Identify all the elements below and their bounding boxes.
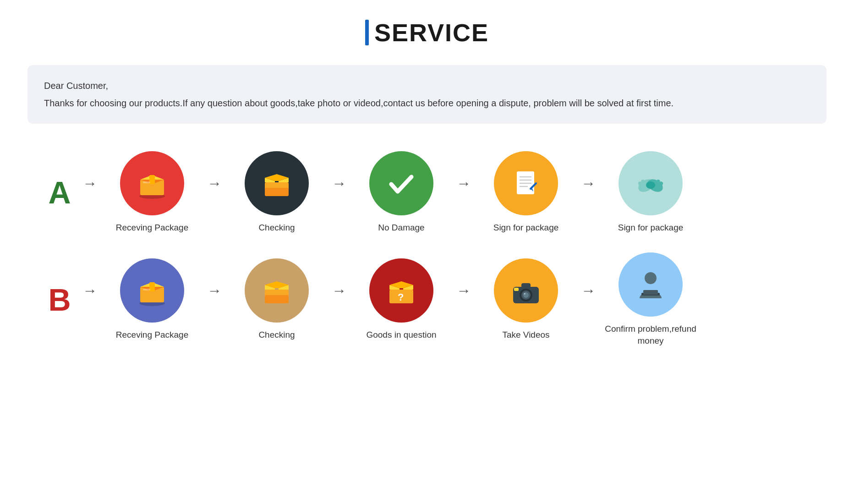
- arrow-a3: →: [456, 175, 471, 210]
- arrow-b3: →: [456, 282, 471, 318]
- flow-item-b5: Confirm problem,refund money: [600, 252, 701, 347]
- icon-package-b: [120, 258, 184, 323]
- svg-rect-3: [143, 181, 150, 183]
- notice-greeting: Dear Customer,: [44, 78, 810, 93]
- svg-point-15: [646, 181, 655, 189]
- page-title-section: SERVICE: [365, 18, 489, 47]
- row-a-label: A: [41, 175, 78, 210]
- svg-rect-2: [149, 175, 155, 184]
- icon-goods-question: ?: [369, 258, 433, 323]
- icon-checking-b: [245, 258, 309, 323]
- label-a4: Sign for package: [493, 222, 559, 234]
- label-a2: Checking: [258, 222, 295, 234]
- svg-point-35: [645, 272, 657, 284]
- label-b3: Goods in question: [366, 329, 436, 341]
- arrow-a1: →: [207, 175, 222, 210]
- label-b5: Confirm problem,refund money: [600, 323, 701, 347]
- flow-item-b3: ? Goods in question: [351, 258, 452, 341]
- svg-rect-22: [149, 282, 155, 291]
- svg-rect-33: [521, 283, 531, 288]
- flow-item-b1: Receving Package: [102, 258, 203, 341]
- label-b1: Receving Package: [116, 329, 188, 341]
- arrow-b2: →: [332, 282, 346, 318]
- label-a1: Receving Package: [116, 222, 188, 234]
- flow-row-b: B → Receving Package →: [27, 248, 827, 352]
- label-a5: Sign for package: [618, 222, 684, 234]
- arrow-a4: →: [581, 175, 596, 210]
- flow-item-a3: No Damage: [351, 151, 452, 234]
- icon-refund: [619, 252, 683, 317]
- flow-row-a: A → Receving Package: [27, 147, 827, 239]
- svg-rect-23: [143, 289, 150, 290]
- label-b2: Checking: [258, 329, 295, 341]
- row-b-label: B: [41, 282, 78, 318]
- svg-rect-37: [643, 290, 658, 295]
- label-b4: Take Videos: [502, 329, 549, 341]
- notice-body: Thanks for choosing our products.If any …: [44, 95, 810, 111]
- arrow-b1: →: [207, 282, 222, 318]
- svg-rect-5: [265, 188, 289, 196]
- flow-item-a2: Checking: [226, 151, 327, 234]
- arrow-b0: →: [82, 282, 97, 318]
- flow-item-a5: Sign for package: [600, 151, 701, 234]
- svg-point-32: [524, 293, 526, 295]
- notice-box: Dear Customer, Thanks for choosing our p…: [27, 65, 827, 124]
- flow-item-b4: Take Videos: [476, 258, 576, 341]
- svg-rect-25: [265, 295, 289, 303]
- icon-sign-a4: [494, 151, 558, 215]
- arrow-b4: →: [581, 282, 596, 318]
- icon-camera: [494, 258, 558, 323]
- icon-checking-a: [245, 151, 309, 215]
- flow-item-b2: Checking: [226, 258, 327, 341]
- icon-sign-a5: [619, 151, 683, 215]
- label-a3: No Damage: [378, 222, 424, 234]
- flow-item-a4: Sign for package: [476, 151, 576, 234]
- flow-item-a1: Receving Package: [102, 151, 203, 234]
- icon-package-a: [120, 151, 184, 215]
- title-accent-bar: [365, 20, 369, 45]
- flow-section: A → Receving Package: [27, 147, 827, 352]
- arrow-a2: →: [332, 175, 346, 210]
- icon-no-damage: [369, 151, 433, 215]
- svg-rect-34: [514, 288, 519, 291]
- arrow-a0: →: [82, 175, 97, 210]
- svg-text:?: ?: [398, 291, 404, 303]
- page-title: SERVICE: [374, 18, 489, 47]
